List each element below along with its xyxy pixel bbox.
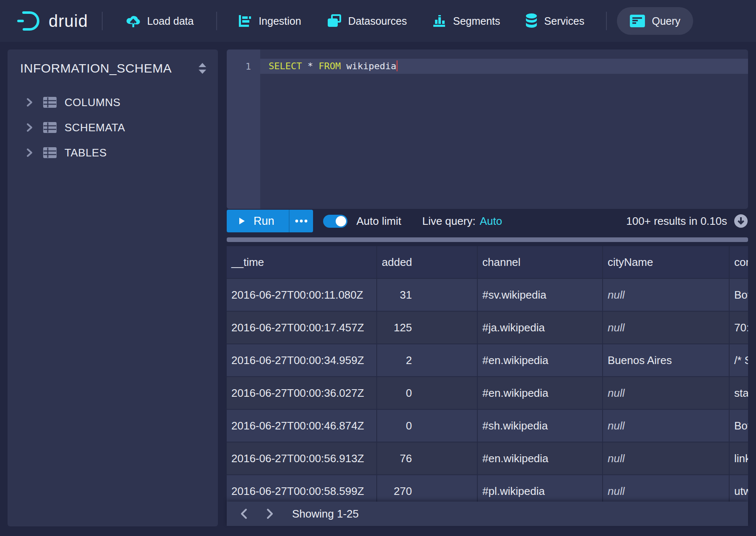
cell-cityname[interactable]: null	[603, 475, 730, 502]
chevron-right-icon	[26, 148, 34, 157]
cell-added[interactable]: 2	[377, 344, 478, 377]
cell-added[interactable]: 125	[377, 312, 478, 344]
cell-added[interactable]: 0	[377, 377, 478, 410]
cell-comment[interactable]: utw	[730, 475, 748, 502]
sql-editor[interactable]: 1 SELECT * FROM wikipedia	[227, 49, 748, 209]
auto-limit-toggle[interactable]	[323, 215, 347, 228]
cell-cityname[interactable]: Buenos Aires	[603, 344, 730, 377]
chevron-right-icon	[26, 123, 34, 132]
toggle-knob	[336, 216, 346, 226]
run-button-group: Run	[227, 210, 313, 232]
cell-time[interactable]: 2016-06-27T00:00:34.959Z	[227, 344, 377, 377]
cell-cityname[interactable]: null	[603, 410, 730, 442]
brand-name: druid	[49, 12, 88, 31]
cell-channel[interactable]: #sh.wikipedia	[478, 410, 603, 442]
live-query-value[interactable]: Auto	[480, 215, 502, 228]
cell-comment[interactable]: 70:	[730, 312, 748, 344]
schema-tree: COLUMNS SCHEMATA	[8, 90, 218, 165]
cloud-upload-icon	[126, 13, 141, 29]
cell-time[interactable]: 2016-06-27T00:00:58.599Z	[227, 475, 377, 502]
cell-time[interactable]: 2016-06-27T00:00:17.457Z	[227, 312, 377, 344]
showing-range-label: Showing 1-25	[292, 507, 359, 520]
tree-item-columns[interactable]: COLUMNS	[8, 90, 218, 115]
nav-item-ingestion[interactable]: Ingestion	[237, 13, 301, 29]
cell-time[interactable]: 2016-06-27T00:00:36.027Z	[227, 377, 377, 410]
cell-cityname[interactable]: null	[603, 442, 730, 475]
run-more-options-button[interactable]	[289, 210, 313, 232]
cell-comment[interactable]: sta	[730, 377, 748, 410]
cell-cityname[interactable]: null	[603, 377, 730, 410]
table-icon	[43, 147, 57, 159]
results-summary: 100+ results in 0.10s	[626, 215, 727, 228]
table-row: 2016-06-27T00:00:17.457Z 125 #ja.wikiped…	[227, 312, 748, 344]
cell-comment[interactable]: Bot	[730, 279, 748, 312]
segments-bar-chart-icon	[432, 13, 447, 29]
table-row: 2016-06-27T00:00:56.913Z 76 #en.wikipedi…	[227, 442, 748, 475]
ingestion-icon	[237, 13, 252, 29]
text-cursor	[396, 60, 398, 71]
double-caret-sort-icon[interactable]	[198, 62, 207, 75]
ellipsis-icon	[295, 219, 308, 223]
schema-title: INFORMATION_SCHEMA	[20, 61, 198, 75]
results-horizontal-scrollbar[interactable]	[227, 237, 748, 242]
previous-page-button[interactable]	[237, 507, 251, 521]
cell-added[interactable]: 76	[377, 442, 478, 475]
druid-logo-icon	[17, 10, 43, 32]
cell-channel[interactable]: #en.wikipedia	[478, 344, 603, 377]
cell-added[interactable]: 270	[377, 475, 478, 502]
cell-channel[interactable]: #ja.wikipedia	[478, 312, 603, 344]
nav-divider	[216, 12, 217, 30]
table-icon	[43, 96, 57, 108]
schema-explorer-panel: INFORMATION_SCHEMA COLUMNS	[8, 49, 218, 526]
tree-item-schemata[interactable]: SCHEMATA	[8, 115, 218, 140]
column-header-comment[interactable]: comment	[730, 246, 748, 279]
cell-cityname[interactable]: null	[603, 279, 730, 312]
table-row: 2016-06-27T00:00:36.027Z 0 #en.wikipedia…	[227, 377, 748, 410]
schema-header: INFORMATION_SCHEMA	[8, 61, 218, 75]
query-console-icon	[629, 14, 645, 28]
cell-time[interactable]: 2016-06-27T00:00:46.874Z	[227, 410, 377, 442]
datasources-icon	[327, 13, 342, 29]
table-row: 2016-06-27T00:00:58.599Z 270 #pl.wikiped…	[227, 475, 748, 502]
top-navigation-bar: druid Load data Ingestion	[0, 0, 756, 42]
column-header-time[interactable]: __time	[227, 246, 377, 279]
cell-added[interactable]: 0	[377, 410, 478, 442]
cell-comment[interactable]: link	[730, 442, 748, 475]
cell-channel[interactable]: #en.wikipedia	[478, 442, 603, 475]
cell-cityname[interactable]: null	[603, 312, 730, 344]
next-page-button[interactable]	[263, 507, 277, 521]
nav-item-datasources[interactable]: Datasources	[327, 13, 407, 29]
cell-channel[interactable]: #sv.wikipedia	[478, 279, 603, 312]
druid-brand[interactable]: druid	[17, 10, 88, 32]
cell-time[interactable]: 2016-06-27T00:00:11.080Z	[227, 279, 377, 312]
table-header-row: __time added channel cityName comment	[227, 246, 748, 279]
table-row: 2016-06-27T00:00:46.874Z 0 #sh.wikipedia…	[227, 410, 748, 442]
table-row: 2016-06-27T00:00:11.080Z 31 #sv.wikipedi…	[227, 279, 748, 312]
line-number: 1	[227, 61, 260, 72]
nav-item-load-data[interactable]: Load data	[126, 13, 194, 29]
table-row: 2016-06-27T00:00:34.959Z 2 #en.wikipedia…	[227, 344, 748, 377]
cell-comment[interactable]: Bot	[730, 410, 748, 442]
live-query-label: Live query:	[422, 215, 475, 228]
nav-item-segments[interactable]: Segments	[432, 13, 500, 29]
tree-item-tables[interactable]: TABLES	[8, 140, 218, 165]
column-header-added[interactable]: added	[377, 246, 478, 279]
column-header-channel[interactable]: channel	[478, 246, 603, 279]
play-icon	[238, 217, 245, 225]
run-button[interactable]: Run	[227, 210, 289, 232]
cell-comment[interactable]: /* S	[730, 344, 748, 377]
cell-added[interactable]: 31	[377, 279, 478, 312]
pagination-bar: Showing 1-25	[227, 502, 748, 526]
editor-line-1[interactable]: 1 SELECT * FROM wikipedia	[227, 59, 748, 74]
nav-item-services[interactable]: Services	[525, 13, 585, 29]
query-results-table: __time added channel cityName comment 20…	[227, 246, 748, 502]
auto-limit-label: Auto limit	[357, 215, 401, 228]
cell-time[interactable]: 2016-06-27T00:00:56.913Z	[227, 442, 377, 475]
column-header-cityname[interactable]: cityName	[603, 246, 730, 279]
sql-code-line[interactable]: SELECT * FROM wikipedia	[260, 59, 748, 74]
chevron-right-icon	[26, 98, 34, 107]
download-results-button[interactable]	[734, 214, 748, 228]
cell-channel[interactable]: #en.wikipedia	[478, 377, 603, 410]
nav-item-query-active[interactable]: Query	[617, 7, 693, 35]
cell-channel[interactable]: #pl.wikipedia	[478, 475, 603, 502]
